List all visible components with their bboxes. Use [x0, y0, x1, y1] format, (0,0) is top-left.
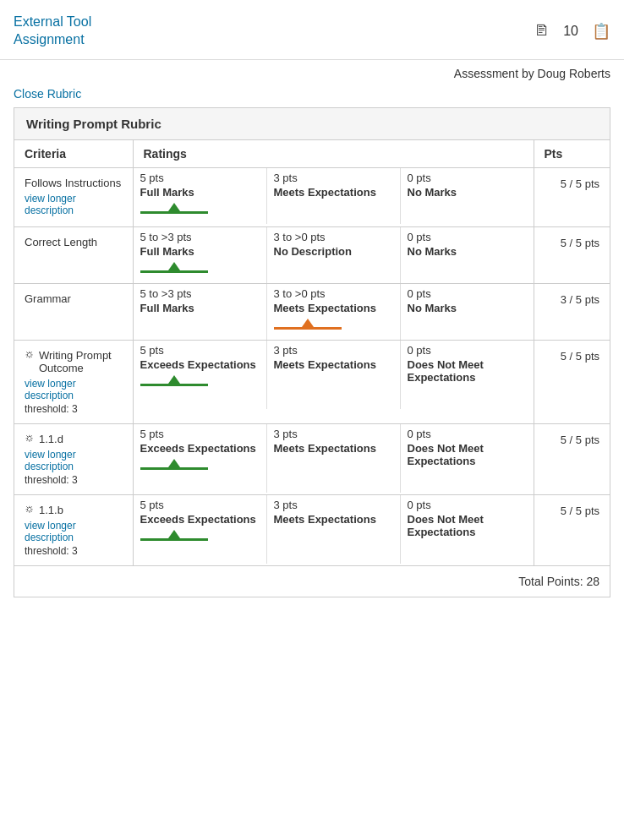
pts-cell-grammar: 3 / 5 pts: [534, 283, 610, 340]
table-header-row: Criteria Ratings Pts: [14, 140, 610, 168]
ratings-cell-writing-prompt-outcome: 5 ptsExceeds Expectations 3 ptsMeets Exp…: [133, 340, 534, 423]
rating-pts: 3 pts: [274, 172, 393, 184]
outcome-icon: ⛭: [25, 433, 35, 445]
header-right: 🖹 10 📋: [534, 22, 610, 41]
rating-indicator: [140, 265, 260, 280]
indicator-line: [274, 327, 342, 330]
rating-pts: 5 pts: [140, 499, 260, 511]
criteria-name: Grammar: [25, 292, 123, 305]
rating-cell: 5 ptsExceeds Expectations: [134, 424, 267, 493]
rating-cell: 5 to >3 ptsFull Marks: [134, 227, 267, 283]
rating-indicator: [140, 205, 260, 221]
criteria-threshold: threshold: 3: [25, 403, 123, 415]
table-row: ⛭ 1.1.d view longer descriptionthreshold…: [14, 423, 610, 494]
rubric-table: Criteria Ratings Pts Follows Instruction…: [14, 140, 610, 597]
pts-value: 5 / 5 pts: [561, 177, 599, 190]
rating-cell: 0 ptsNo Marks: [401, 284, 534, 340]
close-rubric-link[interactable]: Close Rubric: [0, 84, 95, 107]
pts-value: 5 / 5 pts: [561, 350, 599, 363]
pts-value: 5 / 5 pts: [561, 237, 599, 249]
ratings-row: 5 ptsExceeds Expectations 3 ptsMeets Exp…: [134, 424, 534, 493]
rating-pts: 3 pts: [274, 344, 393, 357]
rubric-title: Writing Prompt Rubric: [14, 108, 610, 140]
table-row: Grammar5 to >3 ptsFull Marks3 to >0 ptsM…: [14, 283, 610, 340]
criteria-name: 1.1.d: [39, 433, 63, 445]
assessment-by: Assessment by Doug Roberts: [0, 60, 624, 84]
rating-cell: 0 ptsDoes Not Meet Expectations: [401, 495, 534, 564]
ratings-row: 5 ptsExceeds Expectations 3 ptsMeets Exp…: [134, 495, 534, 564]
rating-indicator-empty: [274, 205, 393, 221]
pts-value: 5 / 5 pts: [561, 434, 599, 446]
rating-cell: 3 to >0 ptsMeets Expectations: [267, 284, 401, 340]
criteria-link[interactable]: view longer description: [25, 193, 123, 216]
rating-label: Exceeds Expectations: [140, 513, 260, 526]
indicator-line: [140, 270, 208, 273]
rating-cell: 3 ptsMeets Expectations: [267, 168, 401, 224]
rating-pts: 0 pts: [408, 287, 527, 300]
rating-pts: 3 pts: [274, 428, 393, 440]
total-row: Total Points: 28: [14, 565, 610, 597]
document-icon[interactable]: 🖹: [534, 22, 550, 40]
rating-label: Meets Expectations: [274, 513, 393, 526]
rating-label: No Description: [274, 245, 393, 258]
ratings-cell-grammar: 5 to >3 ptsFull Marks3 to >0 ptsMeets Ex…: [133, 283, 534, 340]
rating-indicator: [274, 321, 393, 336]
criteria-cell-correct-length: Correct Length: [14, 226, 133, 283]
rating-cell: 0 ptsNo Marks: [401, 227, 534, 283]
criteria-icon-row: ⛭ Writing Prompt Outcome: [25, 349, 123, 378]
rating-label: Meets Expectations: [274, 358, 393, 371]
indicator-triangle: [168, 375, 180, 384]
indicator-triangle: [168, 530, 180, 538]
rating-pts: 5 pts: [140, 172, 260, 184]
rating-cell: 5 ptsExceeds Expectations: [134, 495, 267, 564]
rating-pts: 0 pts: [408, 499, 527, 511]
criteria-link[interactable]: view longer description: [25, 378, 123, 401]
pts-cell-follows-instructions: 5 / 5 pts: [534, 167, 610, 226]
criteria-cell-outcome-1-1-b: ⛭ 1.1.b view longer descriptionthreshold…: [14, 494, 133, 565]
criteria-icon-row: ⛭ 1.1.d: [25, 433, 123, 449]
ratings-cell-outcome-1-1-d: 5 ptsExceeds Expectations 3 ptsMeets Exp…: [133, 423, 534, 494]
criteria-threshold: threshold: 3: [25, 545, 123, 557]
rating-pts: 3 pts: [274, 499, 393, 511]
rating-indicator-empty: [408, 205, 527, 221]
indicator-triangle: [168, 459, 180, 467]
pts-value: 3 / 5 pts: [561, 293, 599, 306]
rating-label: Meets Expectations: [274, 302, 393, 314]
ratings-row: 5 to >3 ptsFull Marks3 to >0 ptsMeets Ex…: [134, 284, 534, 340]
criteria-name: Writing Prompt Outcome: [39, 349, 123, 374]
rating-indicator-empty: [140, 321, 260, 336]
rating-cell: 3 ptsMeets Expectations: [267, 424, 401, 493]
table-row: ⛭ 1.1.b view longer descriptionthreshold…: [14, 494, 610, 565]
rubric-container: Writing Prompt Rubric Criteria Ratings P…: [14, 107, 610, 597]
table-row: Correct Length5 to >3 ptsFull Marks 3 to…: [14, 226, 610, 283]
criteria-link[interactable]: view longer description: [25, 449, 123, 472]
ratings-cell-follows-instructions: 5 ptsFull Marks 3 ptsMeets Expectations0…: [133, 167, 534, 226]
col-header-pts: Pts: [534, 140, 610, 168]
rating-cell: 3 ptsMeets Expectations: [267, 495, 401, 564]
criteria-link[interactable]: view longer description: [25, 520, 123, 543]
table-row: ⛭ Writing Prompt Outcome view longer des…: [14, 340, 610, 423]
header: External Tool Assignment 🖹 10 📋: [0, 0, 624, 60]
criteria-name: Correct Length: [25, 236, 123, 248]
rating-pts: 5 to >3 pts: [140, 287, 260, 300]
rating-indicator: [140, 378, 260, 393]
rating-pts: 5 pts: [140, 428, 260, 440]
rating-indicator-empty: [408, 321, 527, 336]
indicator-line: [140, 467, 208, 470]
rating-pts: 5 pts: [140, 344, 260, 357]
criteria-cell-grammar: Grammar: [14, 283, 133, 340]
rating-pts: 3 to >0 pts: [274, 287, 393, 300]
list-icon[interactable]: 📋: [592, 22, 610, 41]
rating-indicator-empty: [408, 390, 527, 406]
criteria-threshold: threshold: 3: [25, 474, 123, 486]
rating-label: Meets Expectations: [274, 186, 393, 199]
rating-cell: 5 ptsExceeds Expectations: [134, 341, 267, 409]
rating-indicator-empty: [408, 265, 527, 280]
rating-indicator-empty: [274, 532, 393, 548]
pts-cell-writing-prompt-outcome: 5 / 5 pts: [534, 340, 610, 423]
rating-indicator: [140, 461, 260, 477]
indicator-line: [140, 384, 208, 386]
total-value: 28: [586, 575, 599, 588]
ratings-cell-outcome-1-1-b: 5 ptsExceeds Expectations 3 ptsMeets Exp…: [133, 494, 534, 565]
rating-label: Exceeds Expectations: [140, 358, 260, 371]
